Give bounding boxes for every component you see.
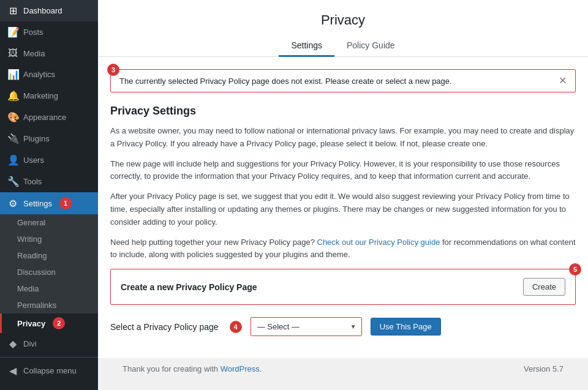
submenu-label: Permalinks — [17, 301, 56, 310]
footer-version: Version 5.7 — [524, 364, 564, 373]
submenu-item-discussion[interactable]: Discussion — [0, 264, 98, 280]
content-paragraph-3: After your Privacy Policy page is set, w… — [110, 190, 576, 228]
sidebar: ⊞ Dashboard 📝 Posts 🖼 Media 📊 Analytics … — [0, 0, 98, 390]
alert-badge: 3 — [107, 64, 119, 76]
submenu-item-media[interactable]: Media — [0, 280, 98, 297]
tabs-nav: Settings Policy Guide — [98, 36, 588, 56]
select-label: Select a Privacy Policy page — [110, 322, 219, 332]
sidebar-item-media[interactable]: 🖼 Media — [0, 43, 98, 64]
sidebar-item-appearance[interactable]: 🎨 Appearance — [0, 107, 98, 128]
settings-badge: 1 — [59, 197, 72, 209]
sidebar-item-posts[interactable]: 📝 Posts — [0, 21, 98, 43]
main-content: Privacy Settings Policy Guide 3 The curr… — [98, 0, 588, 390]
marketing-icon: 🔔 — [7, 90, 18, 102]
sidebar-divider — [0, 357, 98, 358]
sidebar-item-label: Analytics — [23, 70, 55, 79]
settings-submenu: General Writing Reading Discussion Media… — [0, 214, 98, 333]
footer-thank-you: Thank you for creating with WordPress. — [123, 364, 262, 373]
collapse-menu-item[interactable]: ◀ Collapse menu — [0, 360, 98, 381]
alert-close-button[interactable]: ✕ — [559, 76, 567, 86]
create-badge: 5 — [569, 263, 581, 276]
sidebar-item-marketing[interactable]: 🔔 Marketing — [0, 85, 98, 107]
alert-message: The currently selected Privacy Policy pa… — [119, 77, 452, 86]
dashboard-icon: ⊞ — [7, 5, 18, 17]
create-policy-row: 5 Create a new Privacy Policy Page Creat… — [110, 269, 576, 305]
create-button[interactable]: Create — [523, 278, 565, 296]
select-badge: 4 — [230, 321, 242, 333]
media-icon: 🖼 — [7, 48, 18, 59]
privacy-policy-guide-link[interactable]: Check out our Privacy Policy guide — [317, 238, 440, 247]
tab-settings[interactable]: Settings — [279, 36, 334, 57]
alert-box: 3 The currently selected Privacy Policy … — [110, 69, 576, 92]
use-this-page-button[interactable]: Use This Page — [371, 318, 441, 336]
sidebar-item-label: Appearance — [23, 113, 66, 122]
page-title: Privacy — [98, 12, 588, 28]
analytics-icon: 📊 — [7, 69, 18, 80]
sidebar-item-label: Plugins — [23, 134, 50, 143]
sidebar-item-label: Users — [23, 156, 44, 165]
content-paragraph-1: As a website owner, you may need to foll… — [110, 125, 576, 151]
sidebar-item-label: Dashboard — [23, 6, 62, 15]
privacy-badge: 2 — [53, 317, 65, 329]
sidebar-item-label: Tools — [23, 177, 42, 186]
page-footer: Thank you for creating with WordPress. V… — [110, 358, 576, 380]
submenu-label: General — [17, 218, 45, 227]
submenu-item-general[interactable]: General — [0, 214, 98, 231]
content-paragraph-4: Need help putting together your new Priv… — [110, 236, 576, 262]
settings-icon: ⚙ — [7, 198, 18, 209]
wordpress-link[interactable]: WordPress — [221, 364, 260, 373]
sidebar-item-users[interactable]: 👤 Users — [0, 149, 98, 171]
submenu-item-reading[interactable]: Reading — [0, 247, 98, 264]
appearance-icon: 🎨 — [7, 111, 18, 123]
plugins-icon: 🔌 — [7, 133, 18, 144]
sidebar-item-divi[interactable]: ◆ Divi — [0, 333, 98, 354]
divi-icon: ◆ — [7, 338, 18, 350]
sidebar-item-settings[interactable]: ⚙ Settings 1 — [0, 192, 98, 214]
content-paragraph-2: The new page will include help and sugge… — [110, 158, 576, 184]
users-icon: 👤 — [7, 154, 18, 166]
collapse-icon: ◀ — [7, 365, 18, 377]
submenu-label: Reading — [17, 251, 47, 260]
sidebar-item-dashboard[interactable]: ⊞ Dashboard — [0, 0, 98, 21]
tab-policy-guide[interactable]: Policy Guide — [334, 36, 407, 57]
submenu-label: Writing — [17, 234, 42, 244]
sidebar-item-label: Posts — [23, 28, 43, 37]
sidebar-item-label: Marketing — [23, 91, 58, 100]
sidebar-item-tools[interactable]: 🔧 Tools — [0, 171, 98, 192]
sidebar-item-label: Divi — [23, 339, 37, 348]
policy-page-select[interactable]: — Select — — [251, 318, 361, 336]
submenu-item-writing[interactable]: Writing — [0, 231, 98, 247]
page-header: Privacy Settings Policy Guide — [98, 0, 588, 57]
submenu-item-permalinks[interactable]: Permalinks — [0, 297, 98, 313]
content-body: 3 The currently selected Privacy Policy … — [98, 57, 588, 358]
submenu-label: Media — [17, 284, 39, 293]
sidebar-item-label: Collapse menu — [23, 366, 77, 375]
create-label: Create a new Privacy Policy Page — [121, 282, 513, 292]
sidebar-item-label: Media — [23, 49, 45, 58]
submenu-label: Discussion — [17, 268, 56, 277]
posts-icon: 📝 — [7, 26, 18, 38]
section-heading: Privacy Settings — [110, 105, 576, 118]
submenu-label: Privacy — [17, 319, 45, 328]
sidebar-item-analytics[interactable]: 📊 Analytics — [0, 64, 98, 85]
select-policy-row: Select a Privacy Policy page 4 — Select … — [110, 317, 576, 336]
sidebar-item-plugins[interactable]: 🔌 Plugins — [0, 128, 98, 149]
tools-icon: 🔧 — [7, 176, 18, 187]
select-wrapper: — Select — ▼ — [251, 317, 362, 336]
sidebar-item-label: Settings — [23, 199, 52, 208]
submenu-item-privacy[interactable]: Privacy 2 — [0, 313, 98, 333]
footer-text: Thank you for creating with — [123, 364, 218, 373]
paragraph4-before: Need help putting together your new Priv… — [110, 238, 315, 247]
